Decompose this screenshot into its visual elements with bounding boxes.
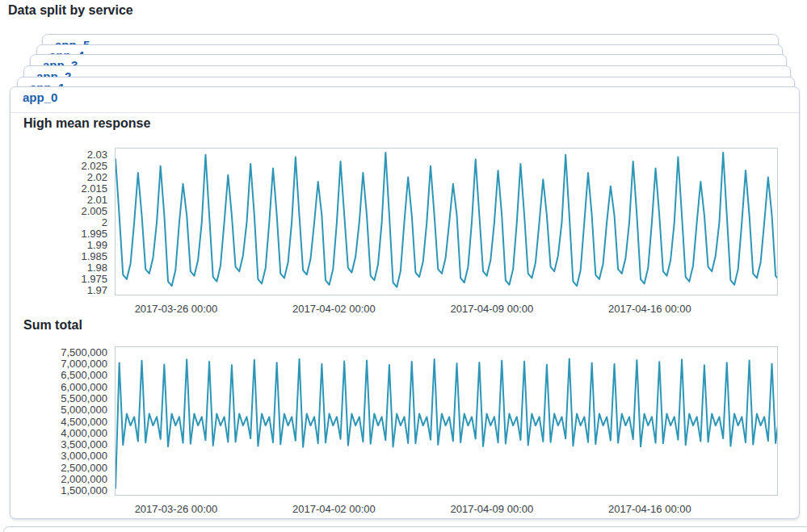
y-tick-label: 1.985 <box>81 250 107 262</box>
x-axis-labels: 2017-03-26 00:002017-04-02 00:002017-04-… <box>115 301 778 314</box>
y-tick-label: 2.02 <box>87 170 107 182</box>
dashboard-page: Data split by service app_5 app_4 app_3 … <box>0 0 807 532</box>
y-tick-label: 2.01 <box>87 193 107 205</box>
y-tick-label: 2 <box>102 216 107 228</box>
plot-area[interactable] <box>115 148 778 295</box>
service-card-label[interactable]: app_0 <box>11 87 799 104</box>
next-card-peek[interactable] <box>3 526 807 532</box>
y-tick-label: 6,000,000 <box>61 380 107 392</box>
y-tick-label: 3,500,000 <box>61 438 107 450</box>
y-tick-label: 6,500,000 <box>61 369 107 381</box>
y-tick-label: 1.99 <box>87 239 107 251</box>
x-tick-label: 2017-04-16 00:00 <box>608 503 691 515</box>
y-tick-label: 4,500,000 <box>61 415 107 427</box>
y-tick-label: 5,500,000 <box>61 392 107 404</box>
x-tick-label: 2017-04-02 00:00 <box>292 303 376 315</box>
y-tick-label: 1.975 <box>81 273 107 285</box>
chart-title: High mean response <box>23 116 150 131</box>
y-tick-label: 4,000,000 <box>61 426 107 438</box>
y-tick-label: 2.015 <box>81 182 107 194</box>
x-tick-label: 2017-04-09 00:00 <box>451 503 534 515</box>
y-tick-label: 3,000,000 <box>61 450 107 462</box>
y-tick-label: 2,500,000 <box>61 461 107 473</box>
chart-sum-total: Sum total 7,500,0007,000,0006,500,0006,0… <box>11 318 801 517</box>
y-tick-label: 7,000,000 <box>61 358 107 370</box>
x-tick-label: 2017-03-26 00:00 <box>135 503 218 515</box>
y-tick-label: 2.005 <box>81 205 107 217</box>
y-tick-label: 7,500,000 <box>61 346 107 358</box>
x-axis-labels: 2017-03-26 00:002017-04-02 00:002017-04-… <box>115 501 778 514</box>
plot-area[interactable] <box>115 346 778 496</box>
y-tick-label: 1.98 <box>87 262 107 274</box>
line-series <box>116 347 777 495</box>
y-axis-labels: 7,500,0007,000,0006,500,0006,000,0005,50… <box>11 346 107 496</box>
x-tick-label: 2017-04-16 00:00 <box>608 303 691 315</box>
y-axis-labels: 2.032.0252.022.0152.012.00521.9951.991.9… <box>11 148 107 295</box>
chart-title: Sum total <box>23 318 82 333</box>
line-series <box>116 149 777 295</box>
x-tick-label: 2017-04-09 00:00 <box>451 303 534 315</box>
service-card-header[interactable]: app_0 <box>11 87 799 113</box>
x-tick-label: 2017-04-02 00:00 <box>292 503 376 515</box>
page-title: Data split by service <box>8 3 133 18</box>
y-tick-label: 2.03 <box>87 148 107 160</box>
x-tick-label: 2017-03-26 00:00 <box>135 303 218 315</box>
y-tick-label: 2.025 <box>81 159 107 171</box>
y-tick-label: 5,000,000 <box>61 404 107 416</box>
y-tick-label: 1,500,000 <box>61 484 107 496</box>
y-tick-label: 1.97 <box>87 284 107 296</box>
y-tick-label: 1.995 <box>81 228 107 240</box>
chart-high-mean-response: High mean response 2.032.0252.022.0152.0… <box>11 116 801 318</box>
service-card-app-0: app_0 High mean response 2.032.0252.022.… <box>10 86 800 519</box>
y-tick-label: 2,000,000 <box>61 472 107 484</box>
